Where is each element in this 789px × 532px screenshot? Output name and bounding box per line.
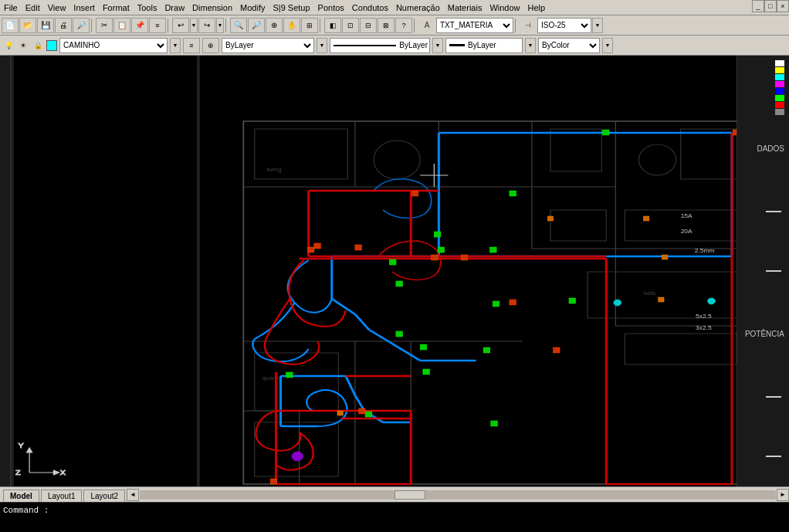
svg-rect-71 [438, 247, 444, 252]
plotstyle-select[interactable]: ByColor [538, 38, 600, 53]
color-dropdown-arrow[interactable]: ▼ [317, 38, 327, 53]
redo-button[interactable]: ↪ [198, 18, 215, 33]
menu-view[interactable]: View [44, 2, 70, 14]
lineweight-dropdown[interactable]: ▼ [525, 38, 536, 53]
svg-text:2.5mm: 2.5mm [695, 248, 715, 254]
dim-style-icon: ⊣ [520, 18, 537, 33]
new-button[interactable]: 📄 [2, 18, 19, 33]
text-style-select[interactable]: TXT_MATERIA [436, 18, 513, 33]
toolbar-btn5[interactable]: ◧ [324, 18, 341, 33]
text-style-icon: A [418, 18, 435, 33]
menu-condutos[interactable]: Condutos [348, 2, 392, 14]
svg-text:20A: 20A [681, 229, 693, 235]
open-button[interactable]: 📂 [19, 18, 36, 33]
match-props-button[interactable]: ≡ [149, 18, 166, 33]
legend-bar-4 [775, 81, 784, 87]
linetype-label: ByLayer [399, 41, 429, 49]
dim-style-dropdown[interactable]: ▼ [592, 18, 603, 33]
menu-help[interactable]: Help [524, 2, 550, 14]
svg-text:5x2.5: 5x2.5 [696, 313, 712, 320]
zoom-window-button[interactable]: 🔍 [230, 18, 247, 33]
menu-materiais[interactable]: Materiais [444, 2, 486, 14]
dash-4 [766, 456, 781, 457]
linetype-preview [334, 45, 396, 46]
save-button[interactable]: 💾 [37, 18, 54, 33]
toolbar-btn6[interactable]: ⊡ [342, 18, 359, 33]
command-prompt: Command : [3, 506, 49, 515]
plot-preview-button[interactable]: 🔎 [73, 18, 90, 33]
lineweight-label: ByLayer [465, 41, 496, 49]
svg-rect-81 [286, 372, 293, 378]
svg-rect-76 [483, 347, 489, 353]
scroll-thumb[interactable] [394, 490, 425, 500]
layer-settings1[interactable]: ≡ [183, 38, 200, 53]
linetype-dropdown[interactable]: ▼ [432, 38, 443, 53]
layer-settings2[interactable]: ⊕ [202, 38, 219, 53]
layer-dropdown-arrow[interactable]: ▼ [170, 38, 181, 53]
menu-format[interactable]: Format [99, 2, 134, 14]
menu-draw[interactable]: Draw [161, 2, 188, 14]
menu-modify[interactable]: Modify [236, 2, 269, 14]
tab-layout1[interactable]: Layout1 [41, 490, 83, 502]
toolbar-btn9[interactable]: ? [395, 18, 412, 33]
dados-label: DADOS [757, 144, 784, 153]
svg-rect-92 [359, 408, 365, 414]
bottom-scroll-area: Model Layout1 Layout2 ◄ ► [0, 486, 789, 502]
layer-icon3[interactable]: 🔒 [32, 39, 44, 52]
menu-numeracao[interactable]: Numeração [392, 2, 444, 14]
svg-rect-88 [510, 300, 516, 305]
restore-button[interactable]: □ [764, 0, 777, 12]
toolbar-sep3 [225, 19, 229, 32]
scroll-track[interactable] [140, 490, 776, 500]
properties-bar: 💡 ☀ 🔒 CAMINHO ▼ ≡ ⊕ ByLayer ▼ ByLayer ▼ … [0, 36, 789, 56]
menu-insert[interactable]: Insert [69, 2, 99, 14]
menu-file[interactable]: File [0, 2, 22, 14]
menu-s9setup[interactable]: S|9 Setup [269, 2, 313, 14]
redo-dropdown[interactable]: ▼ [216, 18, 224, 33]
svg-text:3x2.5: 3x2.5 [696, 325, 712, 331]
undo-button[interactable]: ↩ [172, 18, 189, 33]
paste-button[interactable]: 📌 [131, 18, 148, 33]
svg-rect-95 [547, 216, 553, 221]
svg-rect-85 [314, 243, 320, 249]
minimize-button[interactable]: _ [752, 0, 764, 12]
legend-bar-8 [775, 109, 784, 115]
layer-icon1[interactable]: 💡 [2, 39, 15, 52]
menu-pontos[interactable]: Pontos [314, 2, 348, 14]
aerial-view-button[interactable]: ⊞ [301, 18, 318, 33]
menu-dimension[interactable]: Dimension [188, 2, 236, 14]
toolbar-btn7[interactable]: ⊟ [360, 18, 377, 33]
toolbar-sep1 [91, 19, 94, 32]
toolbar-sep2 [168, 19, 171, 32]
command-input[interactable] [49, 506, 786, 515]
legend-bar-7 [775, 102, 784, 108]
scroll-left-btn[interactable]: ◄ [127, 489, 139, 501]
drawing-area[interactable]: living sala quarto [11, 56, 737, 486]
color-select[interactable]: ByLayer [222, 38, 314, 53]
pan-button[interactable]: ✋ [283, 18, 300, 33]
plotstyle-dropdown[interactable]: ▼ [602, 38, 613, 53]
print-button[interactable]: 🖨 [55, 18, 72, 33]
zoom-previous-button[interactable]: 🔎 [248, 18, 265, 33]
svg-rect-98 [659, 297, 664, 302]
toolbar-btn8[interactable]: ⊠ [378, 18, 394, 33]
command-line: Command : [0, 502, 789, 517]
scroll-right-btn[interactable]: ► [777, 489, 789, 501]
layer-color-box [46, 40, 57, 51]
layer-icon2[interactable]: ☀ [17, 39, 29, 52]
layer-select[interactable]: CAMINHO [59, 38, 168, 53]
tab-model[interactable]: Model [3, 490, 39, 502]
menu-window[interactable]: Window [486, 2, 523, 14]
copy-button[interactable]: 📋 [113, 18, 130, 33]
potencia-label: POTÊNCIA [745, 330, 784, 338]
svg-rect-74 [396, 331, 402, 337]
menu-tools[interactable]: Tools [134, 2, 161, 14]
dim-style-select[interactable]: ISO-25 [537, 18, 591, 33]
cut-button[interactable]: ✂ [96, 18, 113, 33]
tab-layout2[interactable]: Layout2 [83, 490, 125, 502]
legend-bar-6 [775, 95, 784, 101]
zoom-realtime-button[interactable]: ⊕ [266, 18, 283, 33]
menu-edit[interactable]: Edit [22, 2, 44, 14]
undo-dropdown[interactable]: ▼ [190, 18, 198, 33]
close-button[interactable]: × [777, 0, 789, 12]
